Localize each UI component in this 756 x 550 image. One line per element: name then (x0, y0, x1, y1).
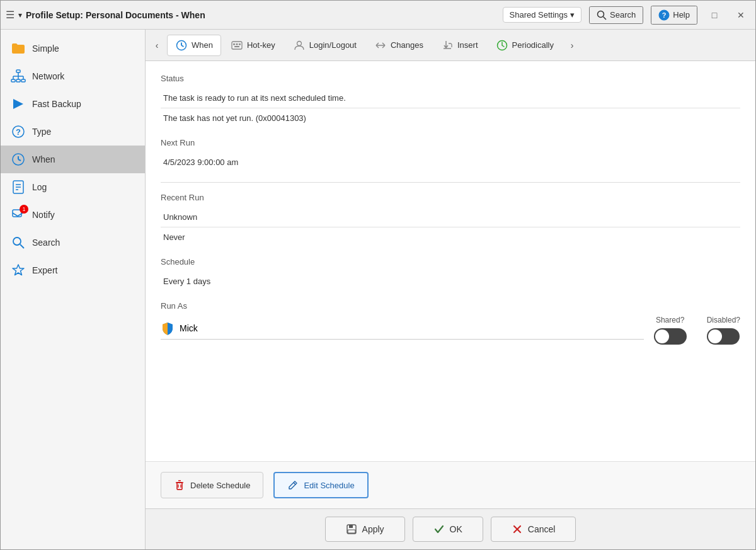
sidebar-label-when: When (32, 154, 55, 164)
notify-icon: 1 (11, 207, 26, 222)
network-icon (11, 69, 26, 84)
close-button[interactable]: ✕ (731, 6, 750, 25)
edit-schedule-label: Edit Schedule (304, 481, 354, 490)
schedule-section: Schedule Every 1 days (161, 257, 740, 291)
tab-prev-button[interactable]: ‹ (148, 35, 166, 55)
svg-point-34 (297, 41, 301, 45)
run-as-section: Run As Mick (161, 301, 740, 345)
svg-rect-4 (16, 70, 20, 72)
ok-label: OK (450, 524, 462, 534)
sidebar-item-search[interactable]: Search (1, 229, 145, 256)
svg-line-28 (181, 45, 184, 47)
svg-rect-31 (236, 43, 238, 45)
tab-changes-label: Changes (391, 40, 423, 50)
search-button[interactable]: Search (589, 6, 643, 24)
shared-toggle[interactable] (654, 328, 687, 345)
tab-when[interactable]: When (167, 35, 221, 56)
svg-line-25 (20, 244, 24, 248)
edit-schedule-button[interactable]: Edit Schedule (273, 472, 368, 498)
sidebar-item-when[interactable]: When (1, 146, 145, 173)
sidebar-label-network: Network (32, 71, 64, 81)
status-line2: The task has not yet run. (0x00041303) (161, 108, 740, 128)
sidebar-label-log: Log (32, 182, 47, 192)
svg-rect-48 (349, 525, 353, 528)
run-as-user-field: Mick (161, 321, 644, 340)
main-area: Simple Network (1, 30, 755, 549)
next-run-label: Next Run (161, 138, 740, 147)
schedule-actions: Delete Schedule Edit Schedule (146, 461, 755, 508)
trash-icon (174, 479, 185, 491)
apply-button[interactable]: Apply (325, 517, 405, 542)
windows-shield-icon (161, 321, 175, 335)
maximize-button[interactable]: □ (705, 6, 724, 25)
disabled-toggle-knob (708, 329, 722, 343)
recent-run-label: Recent Run (161, 193, 740, 202)
tab-periodically[interactable]: Periodically (488, 35, 562, 56)
run-as-username: Mick (180, 323, 198, 333)
tab-when-icon (175, 39, 188, 52)
sidebar-item-type[interactable]: ? Type (1, 118, 145, 146)
help-button[interactable]: ? Help (651, 6, 697, 25)
divider1 (161, 182, 740, 183)
help-icon: ? (658, 9, 670, 21)
tab-insert[interactable]: Insert (433, 35, 486, 56)
svg-point-24 (13, 238, 21, 245)
tab-periodically-label: Periodically (512, 40, 554, 50)
svg-line-46 (294, 483, 295, 484)
expert-icon (11, 263, 26, 278)
shared-settings-button[interactable]: Shared Settings ▾ (503, 7, 582, 23)
search-icon (597, 10, 607, 20)
sidebar-item-simple[interactable]: Simple (1, 35, 145, 62)
tab-changes-icon (374, 39, 387, 52)
tabbar: ‹ When (146, 30, 755, 61)
disabled-toggle[interactable] (707, 328, 740, 345)
shared-settings-label: Shared Settings (510, 10, 568, 20)
run-as-toggles: Shared? Disabled? (654, 316, 740, 345)
titlebar: ☰ ▾ Profile Setup: Personal Documents - … (1, 1, 755, 30)
tab-login-icon (293, 39, 306, 52)
tab-changes[interactable]: Changes (366, 35, 432, 56)
search-label: Search (610, 10, 636, 20)
ok-icon (433, 524, 445, 535)
svg-text:?: ? (662, 11, 667, 19)
ok-button[interactable]: OK (413, 517, 483, 542)
tab-login-label: Login/Logout (309, 40, 357, 50)
sidebar-item-log[interactable]: Log (1, 173, 145, 201)
svg-rect-41 (177, 483, 182, 490)
disabled-toggle-label: Disabled? (707, 316, 740, 324)
tab-periodically-icon (496, 39, 508, 52)
svg-line-1 (604, 16, 607, 20)
schedule-label: Schedule (161, 257, 740, 266)
cancel-label: Cancel (528, 524, 556, 534)
tab-hotkey-label: Hot-key (247, 40, 275, 50)
tab-next-button[interactable]: › (563, 35, 581, 55)
delete-schedule-label: Delete Schedule (190, 481, 250, 490)
recent-run-line1: Unknown (161, 207, 740, 227)
notify-badge: 1 (20, 205, 28, 214)
sidebar-label-type: Type (32, 127, 51, 137)
fast-backup-icon (11, 96, 26, 112)
titlebar-left: ☰ ▾ Profile Setup: Personal Documents - … (6, 9, 503, 21)
sidebar-item-fast-backup[interactable]: Fast Backup (1, 90, 145, 118)
menu-icon[interactable]: ☰ (6, 9, 14, 21)
sidebar-item-expert[interactable]: Expert (1, 256, 145, 284)
sidebar-search-icon (11, 235, 26, 250)
svg-point-0 (598, 11, 604, 17)
shared-toggle-label: Shared? (656, 316, 684, 324)
disabled-toggle-group: Disabled? (707, 316, 740, 345)
edit-icon (287, 479, 299, 491)
sidebar: Simple Network (1, 30, 146, 549)
delete-schedule-button[interactable]: Delete Schedule (161, 472, 263, 498)
sidebar-item-network[interactable]: Network (1, 62, 145, 90)
sidebar-item-notify[interactable]: 1 Notify (1, 201, 145, 229)
next-run-section: Next Run 4/5/2023 9:00:00 am (161, 138, 740, 172)
tab-insert-label: Insert (457, 40, 478, 50)
sidebar-label-fast-backup: Fast Backup (32, 99, 81, 109)
svg-rect-29 (232, 42, 242, 49)
tab-hotkey[interactable]: Hot-key (222, 35, 284, 56)
svg-rect-32 (239, 43, 241, 45)
tab-login-logout[interactable]: Login/Logout (285, 35, 365, 56)
svg-marker-13 (13, 99, 23, 109)
cancel-button[interactable]: Cancel (491, 517, 576, 542)
title-arrow: ▾ (18, 11, 22, 20)
